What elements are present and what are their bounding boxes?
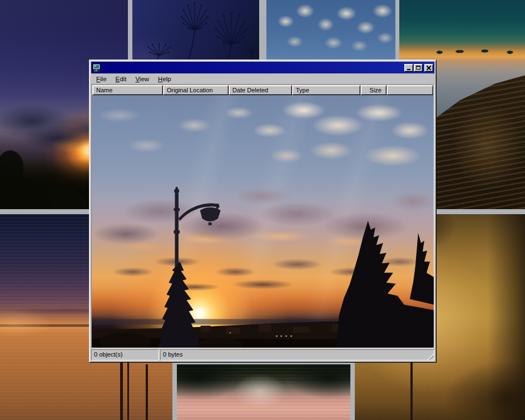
wallpaper-tile-cloud-sky [266, 0, 395, 61]
minimize-button[interactable] [404, 64, 413, 72]
wallpaper-pole [146, 364, 148, 420]
maximize-button[interactable] [414, 64, 423, 72]
close-icon [427, 66, 431, 70]
minimize-icon [407, 69, 410, 70]
wallpaper-pole [120, 360, 123, 420]
tree-wisp-right-edge [410, 233, 434, 305]
close-button[interactable] [424, 64, 433, 72]
menu-bar: File Edit View Help [91, 73, 434, 84]
recycle-bin-window: File Edit View Help Name Original Locati… [89, 60, 437, 363]
wallpaper-tile-reflection [177, 364, 350, 420]
status-object-count: 0 object(s) [91, 349, 159, 360]
menu-edit[interactable]: Edit [111, 75, 131, 83]
column-header-original-location[interactable]: Original Location [163, 85, 229, 95]
title-bar[interactable] [91, 62, 434, 73]
column-header-spacer [387, 85, 433, 95]
column-header-row: Name Original Location Date Deleted Type… [92, 85, 434, 95]
wallpaper-pole [127, 360, 129, 420]
computer-icon [92, 63, 101, 72]
list-viewport-sunset-photo[interactable] [92, 95, 434, 348]
seed-head-silhouette-art [132, 0, 259, 61]
status-bar: 0 object(s) 0 bytes [91, 348, 434, 360]
file-list-area: Name Original Location Date Deleted Type… [91, 84, 434, 348]
maximize-icon [416, 66, 420, 70]
silhouette-layer [92, 95, 434, 348]
desktop: File Edit View Help Name Original Locati… [0, 0, 525, 420]
menu-file[interactable]: File [92, 75, 111, 83]
column-header-type[interactable]: Type [292, 85, 360, 95]
sunset-photo [92, 95, 434, 348]
column-header-date-deleted[interactable]: Date Deleted [229, 85, 292, 95]
status-byte-count: 0 bytes [160, 349, 434, 360]
menu-view[interactable]: View [131, 75, 153, 83]
cypress-tree-left [157, 261, 201, 348]
column-header-name[interactable]: Name [92, 85, 163, 95]
column-header-size[interactable]: Size [360, 85, 387, 95]
menu-help[interactable]: Help [153, 75, 176, 83]
wallpaper-tile-seed-heads [132, 0, 259, 61]
